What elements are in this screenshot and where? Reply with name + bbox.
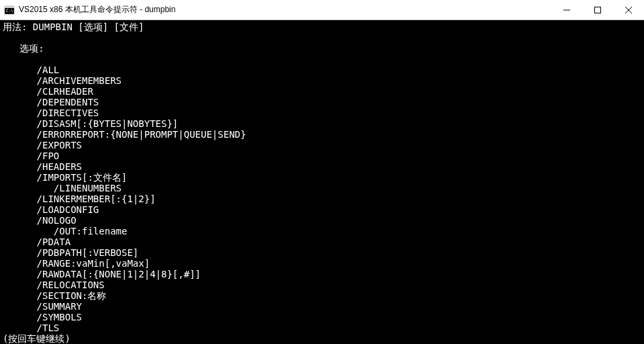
- console-line: /SYMBOLS: [3, 312, 641, 322]
- console-line: /ERRORREPORT:{NONE|PROMPT|QUEUE|SEND}: [3, 129, 641, 140]
- maximize-button[interactable]: [582, 0, 613, 19]
- console-line: /IMPORTS[:文件名]: [3, 172, 641, 183]
- close-button[interactable]: [613, 0, 644, 19]
- console-line: /CLRHEADER: [3, 86, 641, 97]
- console-line: (按回车键继续): [3, 333, 641, 344]
- console-line: [3, 54, 641, 64]
- svg-rect-4: [595, 7, 601, 13]
- console-line: 用法: DUMPBIN [选项] [文件]: [3, 22, 641, 32]
- console-line: /NOLOGO: [3, 215, 641, 226]
- svg-text:C:\: C:\: [6, 8, 13, 13]
- console-line: /DIRECTIVES: [3, 108, 641, 118]
- console-output[interactable]: 用法: DUMPBIN [选项] [文件] 选项: /ALL /ARCHIVEM…: [0, 20, 644, 344]
- console-line: /RAWDATA[:{NONE|1|2|4|8}[,#]]: [3, 269, 641, 280]
- console-line: /PDATA: [3, 236, 641, 247]
- console-line: /DEPENDENTS: [3, 97, 641, 108]
- console-line: /HEADERS: [3, 161, 641, 172]
- minimize-button[interactable]: [551, 0, 582, 19]
- console-line: /DISASM[:{BYTES|NOBYTES}]: [3, 118, 641, 129]
- console-line: /FPO: [3, 150, 641, 161]
- console-line: /RELOCATIONS: [3, 280, 641, 290]
- console-line: /SECTION:名称: [3, 290, 641, 301]
- console-line: 选项:: [3, 43, 641, 54]
- window-title: VS2015 x86 本机工具命令提示符 - dumpbin: [19, 4, 551, 15]
- app-icon: C:\: [4, 5, 15, 15]
- console-line: /RANGE:vaMin[,vaMax]: [3, 258, 641, 269]
- console-line: /ALL: [3, 64, 641, 75]
- console-line: /PDBPATH[:VERBOSE]: [3, 247, 641, 258]
- console-line: /LINKERMEMBER[:{1|2}]: [3, 194, 641, 204]
- console-line: [3, 32, 641, 43]
- window-controls: [551, 0, 644, 19]
- console-line: /OUT:filename: [3, 226, 641, 236]
- console-line: /SUMMARY: [3, 301, 641, 312]
- console-line: /TLS: [3, 322, 641, 333]
- console-line: /EXPORTS: [3, 140, 641, 150]
- window-titlebar: C:\ VS2015 x86 本机工具命令提示符 - dumpbin: [0, 0, 644, 20]
- console-line: /LOADCONFIG: [3, 204, 641, 215]
- console-line: /ARCHIVEMEMBERS: [3, 75, 641, 86]
- console-line: /LINENUMBERS: [3, 183, 641, 194]
